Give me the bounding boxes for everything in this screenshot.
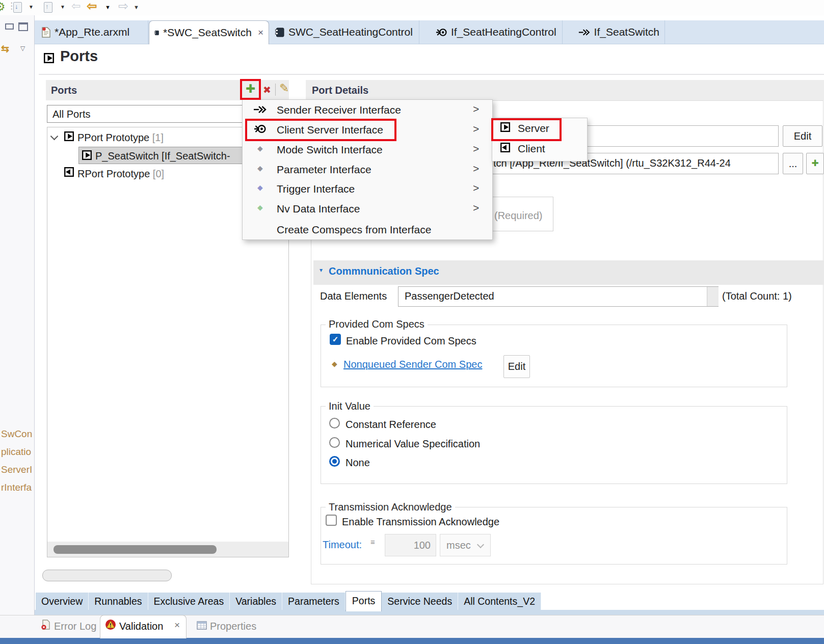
menu-item-nv-data-interface[interactable]: Nv Data Interface: [277, 203, 360, 215]
forward-icon[interactable]: ⇨: [118, 0, 128, 12]
edit-com-spec-button[interactable]: Edit: [503, 355, 530, 378]
tab-overview[interactable]: Overview: [36, 593, 89, 610]
constant-reference-label: Constant Reference: [345, 419, 436, 431]
tab-band: [35, 610, 824, 615]
rport-icon: [500, 143, 510, 152]
tab-if-seatheatingcontrol[interactable]: If_SeatHeatingControl: [431, 20, 563, 44]
submenu-chevron-icon: >: [473, 202, 479, 214]
close-icon[interactable]: ×: [174, 620, 180, 631]
pport-icon: [82, 150, 92, 160]
close-icon[interactable]: ×: [258, 27, 263, 38]
import-icon[interactable]: ↓: [13, 2, 22, 13]
back-disabled-icon: ⇦: [71, 1, 81, 12]
menu-item-mode-switch-interface[interactable]: Mode Switch Interface: [277, 144, 383, 156]
submenu-chevron-icon: >: [473, 123, 479, 135]
init-value-legend: Init Value: [326, 400, 374, 412]
menu-item-sender-receiver-interface[interactable]: Sender Receiver Interface: [277, 104, 401, 116]
tab-swc-seatheatingcontrol[interactable]: SWC_SeatHeatingControl: [270, 20, 419, 44]
view-menu-icon[interactable]: ▽: [20, 45, 25, 52]
tree-item-pport-prototype[interactable]: PPort Prototype [1]: [77, 132, 164, 144]
delete-port-icon[interactable]: ✖: [263, 85, 271, 95]
tab-swc-seatswitch[interactable]: *SWC_SeatSwitch ×: [149, 20, 269, 44]
maximize-icon[interactable]: [18, 22, 28, 31]
tab-label: *App_Rte.arxml: [55, 26, 129, 38]
com-spec-diamond-icon: ◆: [332, 360, 337, 367]
clipped-tree-label: ServerI: [1, 464, 34, 475]
export-icon[interactable]: ↑: [44, 2, 52, 13]
swc-component-icon: [154, 28, 159, 38]
mode-switch-interface-icon: ◆: [257, 145, 263, 152]
application-window: ⚙ ⋮ ↓ ▼ ↑ ▼ ⇦ ⇦ ▼ ⇨ ▼ ⇆ ▽ SwCon plicatio…: [0, 0, 824, 644]
browse-interface-button[interactable]: ...: [783, 153, 803, 174]
tab-service-needs[interactable]: Service Needs: [382, 593, 458, 610]
sender-receiver-interface-icon: [253, 105, 267, 114]
tab-ports[interactable]: Ports: [345, 591, 382, 611]
edit-name-button[interactable]: Edit: [783, 125, 822, 147]
error-log-icon: [41, 620, 51, 630]
communication-spec-title: Commnunication Spec: [329, 265, 439, 277]
back-icon[interactable]: ⇦: [87, 0, 97, 12]
nonqueued-sender-com-spec-link[interactable]: Nonqueued Sender Com Spec: [343, 359, 482, 370]
transmission-acknowledge-legend: Transmission Acknowledge: [326, 501, 455, 513]
main-toolbar: ⚙ ⋮ ↓ ▼ ↑ ▼ ⇦ ⇦ ▼ ⇨ ▼: [0, 0, 824, 15]
edit-port-icon[interactable]: ✎: [279, 83, 289, 94]
tab-parameters[interactable]: Parameters: [282, 593, 345, 610]
tab-all-contents-v2[interactable]: All Contents_V2: [458, 593, 541, 610]
combo-scroll-strip[interactable]: [707, 287, 719, 306]
pport-icon: [64, 131, 74, 141]
clipped-tree-label: plicatio: [1, 446, 34, 458]
constant-reference-radio[interactable]: [329, 418, 340, 428]
menu-item-create-comspecs[interactable]: Create Comspecs from Interface: [277, 224, 431, 236]
toolbar-divider: [275, 84, 276, 96]
rport-icon: [64, 167, 74, 177]
parameter-interface-icon: ◆: [257, 165, 263, 172]
enable-provided-com-specs-checkbox[interactable]: ✓: [330, 334, 341, 345]
validation-warning-icon: [105, 619, 116, 630]
view-tab-validation-label: Validation: [119, 621, 163, 632]
ports-filter-value: All Ports: [52, 109, 90, 120]
tab-label: If_SeatSwitch: [594, 26, 659, 38]
editor-hscroll-thumb[interactable]: [42, 570, 172, 581]
tab-label: If_SeatHeatingControl: [451, 26, 556, 38]
tab-if-seatswitch[interactable]: If_SeatSwitch: [573, 20, 665, 44]
link-with-editor-icon[interactable]: ⇆: [1, 43, 9, 55]
enable-transmission-acknowledge-checkbox[interactable]: [326, 515, 337, 526]
submenu-chevron-icon: >: [473, 163, 479, 175]
editor-bottom-tab-bar: Overview Runnables Exclusive Areas Varia…: [36, 593, 541, 610]
gear-icon[interactable]: ⚙: [0, 1, 6, 13]
menu-item-parameter-interface[interactable]: Parameter Interface: [277, 164, 371, 176]
numerical-value-specification-radio[interactable]: [329, 437, 340, 448]
tab-app-rte-arxml[interactable]: *App_Rte.arxml: [37, 20, 148, 44]
heading-divider: [39, 74, 824, 75]
submenu-item-client[interactable]: Client: [518, 143, 545, 155]
export-dropdown-icon[interactable]: ▼: [60, 5, 65, 10]
submenu-chevron-icon: >: [473, 182, 479, 194]
tree-item-rport-prototype[interactable]: RPort Prototype [0]: [77, 168, 164, 180]
tab-runnables[interactable]: Runnables: [89, 593, 148, 610]
back-history-dropdown-icon[interactable]: ▼: [105, 5, 111, 10]
trigger-interface-icon: ◆: [257, 184, 263, 191]
section-collapse-icon[interactable]: ▾: [320, 266, 323, 274]
tab-exclusive-areas[interactable]: Exclusive Areas: [148, 593, 230, 610]
tab-variables[interactable]: Variables: [230, 593, 282, 610]
timeout-detail-icon: ≡: [370, 538, 375, 546]
pport-icon: [44, 53, 54, 63]
timeout-label: Timeout:: [323, 539, 362, 551]
annotation-client-server-interface: [245, 119, 396, 141]
tree-hscroll-thumb[interactable]: [54, 545, 217, 554]
menu-item-trigger-interface[interactable]: Trigger Interface: [277, 183, 355, 195]
port-details-title: Port Details: [312, 85, 368, 96]
swc-component-icon: [275, 28, 284, 37]
none-radio[interactable]: [329, 456, 340, 467]
submenu-chevron-icon: >: [473, 103, 479, 115]
total-count-label: (Total Count: 1): [722, 290, 792, 302]
view-tab-error-log[interactable]: Error Log: [54, 621, 96, 632]
minimize-icon[interactable]: [5, 23, 14, 30]
port-details-header: [306, 80, 824, 100]
import-dropdown-icon[interactable]: ▼: [29, 5, 34, 10]
forward-history-dropdown-icon[interactable]: ▼: [134, 5, 139, 10]
client-server-interface-icon: [436, 28, 447, 37]
view-tab-properties[interactable]: Properties: [210, 621, 256, 632]
none-label: None: [345, 457, 370, 469]
add-interface-button[interactable]: ✚: [806, 153, 824, 174]
